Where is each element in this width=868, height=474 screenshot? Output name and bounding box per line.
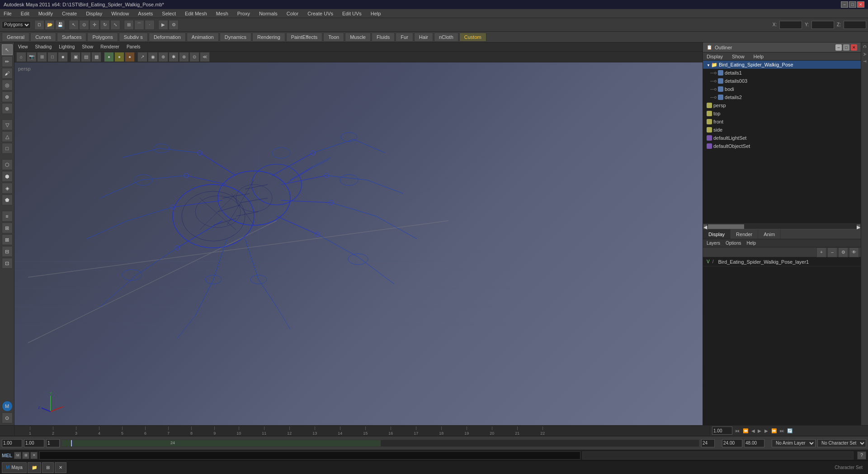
timeline-area[interactable]: 1 2 3 4 5 6 7 8 9 10 11 12 13 14 15 16 1… <box>0 425 868 436</box>
outliner-item-details2[interactable]: —o details2 <box>703 93 861 101</box>
tool8-button[interactable]: □ <box>2 143 13 154</box>
le-new-layer-button[interactable]: + <box>816 247 826 257</box>
menu-create[interactable]: Create <box>60 10 79 17</box>
taskbar-terminal-btn[interactable]: ⊞ <box>42 462 54 473</box>
menu-modify[interactable]: Modify <box>37 10 55 17</box>
menu-edit-uvs[interactable]: Edit UVs <box>340 10 363 17</box>
outliner-hscroll[interactable]: ◀ ▶ <box>703 223 861 229</box>
character-set-select[interactable]: No Character Set <box>817 439 866 447</box>
le-options-button[interactable]: ⚙ <box>838 247 848 257</box>
play-btn[interactable]: ▶ <box>758 428 761 433</box>
menu-help[interactable]: Help <box>369 10 383 17</box>
menu-file[interactable]: File <box>2 10 14 17</box>
outliner-item-side[interactable]: side <box>703 126 861 134</box>
maximize-button[interactable]: □ <box>849 1 856 8</box>
tab-hair[interactable]: Hair <box>414 33 433 42</box>
tab-general[interactable]: General <box>2 33 29 42</box>
vp-tool2-button[interactable]: ◉ <box>148 52 158 62</box>
taskbar-extra-btn[interactable]: ✕ <box>55 462 66 473</box>
hscroll-left-btn[interactable]: ◀ <box>703 224 707 229</box>
tool15-button[interactable]: ⊠ <box>2 234 13 245</box>
taskbar-file-btn[interactable]: 📁 <box>28 462 41 473</box>
tab-dynamics[interactable]: Dynamics <box>220 33 251 42</box>
le-sub-layers[interactable]: Layers <box>707 241 720 246</box>
menu-select[interactable]: Select <box>160 10 178 17</box>
vp-solid-button[interactable]: ■ <box>58 52 68 62</box>
anim-end-input[interactable] <box>722 439 742 447</box>
tab-ncloth[interactable]: nCloth <box>434 33 458 42</box>
move-tool-button[interactable]: ✛ <box>90 20 99 30</box>
menu-color[interactable]: Color <box>285 10 300 17</box>
tool5-button[interactable]: ⊗ <box>2 103 13 114</box>
outliner-menu-show[interactable]: Show <box>730 53 746 60</box>
vp-shade3-button[interactable]: ▦ <box>91 52 101 62</box>
rotate-tool-button[interactable]: ↻ <box>100 20 110 30</box>
vp-light2-button[interactable]: ● <box>114 52 124 62</box>
vp-tool4-button[interactable]: ✱ <box>169 52 179 62</box>
vp-menu-lighting[interactable]: Lighting <box>59 44 75 49</box>
tab-muscle[interactable]: Muscle <box>345 33 371 42</box>
menu-create-uvs[interactable]: Create UVs <box>306 10 335 17</box>
scale-tool-button[interactable]: ⤡ <box>110 20 120 30</box>
vp-menu-shading[interactable]: Shading <box>35 44 52 49</box>
vp-grid-button[interactable]: ⊞ <box>37 52 47 62</box>
menu-display[interactable]: Display <box>84 10 104 17</box>
tool14-button[interactable]: ⊞ <box>2 223 13 233</box>
prev-key-btn[interactable]: ◀ <box>751 428 755 433</box>
vp-menu-view[interactable]: View <box>18 44 28 49</box>
layer-item[interactable]: V / Bird_Eating_Spider_Walkig_Pose_layer… <box>703 257 861 266</box>
outliner-menu-display[interactable]: Display <box>705 53 725 60</box>
tab-polygons[interactable]: Polygons <box>87 33 118 42</box>
menu-mesh[interactable]: Mesh <box>214 10 230 17</box>
vp-shade1-button[interactable]: ▣ <box>71 52 80 62</box>
layer-visibility[interactable]: V <box>707 259 710 264</box>
vp-tool7-button[interactable]: ≪ <box>200 52 210 62</box>
paint-button[interactable]: ✏ <box>2 56 13 67</box>
tab-fluids[interactable]: Fluids <box>372 33 395 42</box>
tool17-button[interactable]: ⊡ <box>2 258 13 269</box>
mel-btn3[interactable]: ✕ <box>30 452 38 459</box>
menu-normals[interactable]: Normals <box>257 10 279 17</box>
tab-rendering[interactable]: Rendering <box>252 33 285 42</box>
vp-tool6-button[interactable]: ⊙ <box>189 52 199 62</box>
range-end-input[interactable] <box>701 439 715 447</box>
tool13-button[interactable]: ≡ <box>2 211 13 222</box>
tool4-button[interactable]: ⊕ <box>2 91 13 102</box>
lasso-tool-button[interactable]: ⊙ <box>79 20 89 30</box>
tool3-button[interactable]: ◎ <box>2 80 13 90</box>
hscroll-right-btn[interactable]: ▶ <box>857 224 860 229</box>
save-button[interactable]: 💾 <box>55 20 65 30</box>
select-mode-button[interactable]: ↖ <box>2 44 13 55</box>
outliner-item-details003[interactable]: —o details003 <box>703 77 861 85</box>
anim-layer-select[interactable]: No Anim Layer <box>772 439 816 447</box>
le-tab-display[interactable]: Display <box>703 229 731 239</box>
vp-wire-button[interactable]: □ <box>47 52 57 62</box>
anim-end2-input[interactable] <box>744 439 764 447</box>
tool11-button[interactable]: ◈ <box>2 183 13 194</box>
mel-btn2[interactable]: ⊞ <box>22 452 29 459</box>
menu-assets[interactable]: Assets <box>136 10 155 17</box>
snap-grid-button[interactable]: ⊞ <box>124 20 134 30</box>
outliner-item-front[interactable]: front <box>703 118 861 126</box>
vp-tool3-button[interactable]: ⊕ <box>158 52 168 62</box>
tool-settings-label-btn[interactable]: T <box>862 58 868 65</box>
vp-light3-button[interactable]: ● <box>125 52 135 62</box>
skip-end-btn[interactable]: ⏭ <box>780 428 784 433</box>
outliner-item-persp[interactable]: persp <box>703 101 861 109</box>
tab-curves[interactable]: Curves <box>30 33 56 42</box>
vp-tool5-button[interactable]: ⊗ <box>179 52 189 62</box>
tab-animation[interactable]: Animation <box>187 33 219 42</box>
mel-btn1[interactable]: M <box>14 452 21 459</box>
maya-logo-button[interactable]: M <box>2 401 13 412</box>
outliner-item-details1[interactable]: —o details1 <box>703 69 861 77</box>
vp-home-button[interactable]: ⌂ <box>16 52 26 62</box>
channel-box-label-btn[interactable]: C <box>862 43 868 50</box>
taskbar-maya-btn[interactable]: M Maya <box>2 462 27 473</box>
current-frame-input[interactable] <box>46 439 60 447</box>
open-button[interactable]: 📂 <box>45 20 55 30</box>
tab-custom[interactable]: Custom <box>459 33 486 42</box>
timeline-current-frame[interactable] <box>712 427 732 435</box>
outliner-content[interactable]: 📁 Bird_Eating_Spider_Walkig_Pose —o deta… <box>703 61 861 223</box>
vp-shade2-button[interactable]: ▤ <box>81 52 91 62</box>
outliner-item-lightset[interactable]: defaultLightSet <box>703 134 861 142</box>
